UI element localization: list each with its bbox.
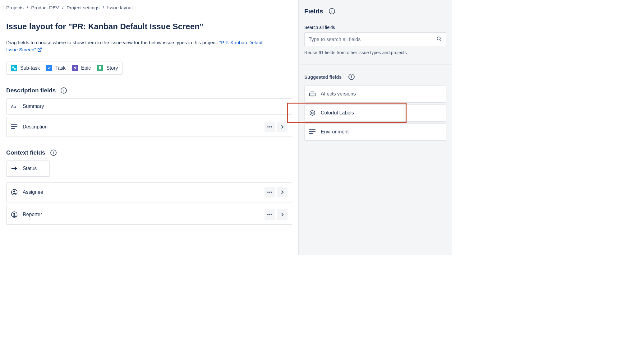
- suggested-affects-versions[interactable]: Affects versions: [304, 86, 446, 102]
- svg-point-13: [271, 192, 272, 193]
- info-icon[interactable]: [348, 74, 355, 80]
- context-fields-heading: Context fields: [6, 149, 45, 156]
- field-status[interactable]: Status: [6, 160, 50, 177]
- svg-point-22: [311, 112, 313, 114]
- svg-text:Aa: Aa: [11, 104, 16, 109]
- issue-type-epic: Epic: [72, 65, 91, 71]
- fields-sidebar: Fields Search all fields Reuse 61 fields…: [298, 0, 452, 255]
- issue-type-label: Epic: [81, 65, 91, 71]
- sidebar-title: Fields: [304, 7, 446, 15]
- issue-type-story: Story: [97, 65, 118, 71]
- divider: [299, 64, 452, 65]
- issue-type-label: Task: [55, 65, 66, 71]
- svg-rect-1: [14, 68, 16, 70]
- svg-rect-23: [309, 129, 315, 130]
- field-label: Reporter: [23, 212, 260, 217]
- field-summary[interactable]: Aa Summary: [6, 98, 292, 114]
- svg-point-10: [13, 190, 15, 192]
- svg-rect-25: [309, 133, 313, 134]
- search-input[interactable]: [309, 37, 436, 42]
- chevron-right-button[interactable]: [277, 187, 288, 197]
- svg-marker-21: [310, 110, 315, 116]
- info-icon[interactable]: [61, 87, 67, 94]
- component-icon: [309, 109, 316, 116]
- svg-point-16: [267, 214, 269, 215]
- version-icon: [309, 90, 316, 97]
- field-assignee[interactable]: Assignee: [6, 182, 292, 202]
- search-field-container: [304, 32, 446, 46]
- description-fields-heading: Description fields: [6, 87, 56, 94]
- breadcrumb-sep: /: [27, 5, 28, 11]
- chevron-right-button[interactable]: [277, 209, 288, 220]
- external-link-icon: [37, 47, 42, 54]
- description-fields-header: Description fields: [6, 87, 292, 94]
- suggested-field-label: Affects versions: [321, 91, 356, 97]
- field-reporter[interactable]: Reporter: [6, 205, 292, 225]
- subtask-icon: [11, 65, 17, 71]
- info-icon[interactable]: [329, 8, 335, 14]
- field-label: Assignee: [23, 189, 260, 195]
- svg-point-18: [271, 214, 272, 215]
- svg-point-7: [269, 126, 270, 128]
- suggested-field-label: Environment: [321, 129, 349, 135]
- text-icon: Aa: [11, 103, 18, 110]
- chevron-right-button[interactable]: [277, 122, 288, 132]
- svg-rect-24: [309, 131, 315, 132]
- page-description: Drag fields to choose where to show them…: [6, 39, 267, 54]
- page-title: Issue layout for "PR: Kanban Default Iss…: [6, 22, 292, 31]
- breadcrumb-project-settings[interactable]: Project settings: [67, 5, 99, 11]
- more-actions-button[interactable]: [264, 209, 275, 220]
- breadcrumb-sep: /: [103, 5, 104, 11]
- breadcrumb-current: Issue layout: [107, 5, 133, 11]
- svg-rect-3: [11, 124, 17, 125]
- issue-type-list: Sub-task Task Epic Story: [6, 62, 123, 75]
- breadcrumb: Projects / Product DEV / Project setting…: [6, 5, 292, 11]
- field-label: Status: [23, 166, 45, 171]
- svg-rect-20: [310, 93, 315, 96]
- suggested-field-label: Colorful Labels: [321, 110, 354, 116]
- field-label: Description: [23, 124, 260, 130]
- suggested-environment[interactable]: Environment: [304, 123, 446, 140]
- svg-point-17: [269, 214, 270, 215]
- svg-point-12: [269, 192, 270, 193]
- issue-type-label: Story: [106, 65, 118, 71]
- suggested-fields-header: Suggested fields: [304, 74, 446, 80]
- issue-type-subtask: Sub-task: [11, 65, 40, 71]
- search-label: Search all fields: [304, 25, 446, 30]
- svg-rect-4: [11, 126, 17, 127]
- svg-point-11: [267, 192, 269, 193]
- reuse-hint: Reuse 61 fields from other issue types a…: [304, 50, 446, 55]
- field-description[interactable]: Description: [6, 117, 292, 137]
- more-actions-button[interactable]: [264, 187, 275, 197]
- info-icon[interactable]: [50, 150, 57, 156]
- lines-icon: [11, 123, 18, 130]
- issue-type-label: Sub-task: [20, 65, 40, 71]
- epic-icon: [72, 65, 78, 71]
- arrow-right-icon: [11, 165, 18, 172]
- search-icon: [436, 36, 442, 43]
- person-icon: [11, 189, 18, 196]
- breadcrumb-projects[interactable]: Projects: [6, 5, 24, 11]
- breadcrumb-sep: /: [62, 5, 63, 11]
- task-icon: [46, 65, 52, 71]
- svg-point-6: [267, 126, 269, 128]
- lines-icon: [309, 128, 316, 135]
- svg-point-19: [437, 37, 440, 40]
- issue-type-task: Task: [46, 65, 66, 71]
- svg-point-8: [271, 126, 272, 128]
- suggested-colorful-labels[interactable]: Colorful Labels: [304, 104, 446, 121]
- svg-point-15: [13, 213, 15, 215]
- svg-rect-5: [11, 128, 15, 129]
- person-icon: [11, 211, 18, 218]
- more-actions-button[interactable]: [264, 122, 275, 132]
- field-label: Summary: [23, 104, 288, 109]
- context-fields-header: Context fields: [6, 149, 292, 156]
- breadcrumb-product-dev[interactable]: Product DEV: [31, 5, 59, 11]
- story-icon: [97, 65, 103, 71]
